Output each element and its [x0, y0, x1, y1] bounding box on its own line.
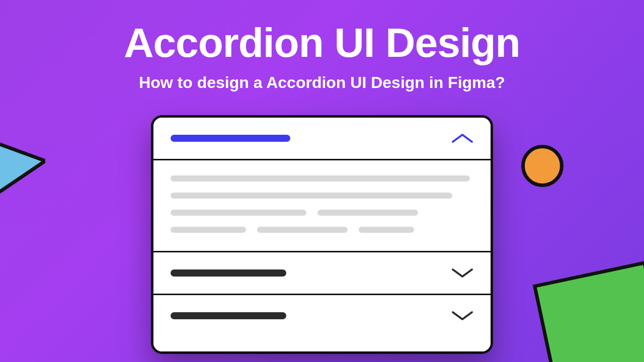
accordion-title-placeholder — [171, 269, 286, 277]
accordion-item-header-1[interactable] — [153, 118, 491, 159]
chevron-down-icon — [451, 310, 473, 321]
accordion-title-placeholder — [171, 312, 286, 319]
svg-marker-0 — [0, 133, 45, 209]
accordion-item-header-2[interactable] — [153, 252, 491, 294]
accordion-item-header-3[interactable] — [153, 295, 491, 351]
chevron-down-icon — [451, 267, 473, 279]
page-title: Accordion UI Design — [0, 19, 644, 66]
chevron-up-icon — [451, 133, 473, 144]
page-subtitle: How to design a Accordion UI Design in F… — [0, 73, 644, 92]
circle-shape — [521, 145, 564, 187]
accordion-title-placeholder — [171, 135, 290, 142]
accordion-item-body-1 — [153, 160, 491, 251]
accordion-container — [151, 115, 493, 354]
square-shape — [533, 261, 644, 362]
